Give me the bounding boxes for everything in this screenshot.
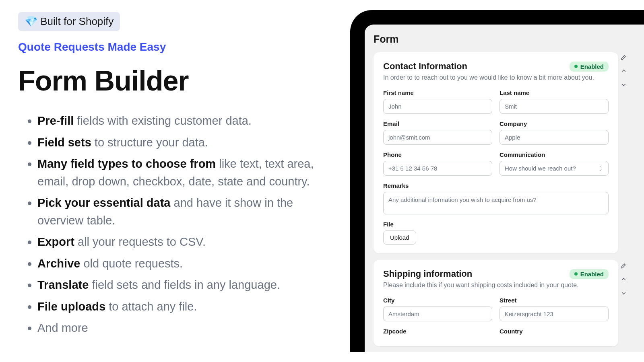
move-down-icon[interactable] [618, 288, 629, 298]
country-label: Country [500, 328, 609, 335]
feature-item: File uploads to attach any file. [37, 298, 332, 316]
firstname-field[interactable] [383, 99, 492, 114]
file-label: File [383, 221, 609, 228]
status-badge: Enabled [570, 269, 609, 279]
communication-select[interactable]: How should we reach out? [500, 161, 609, 176]
communication-label: Communication [500, 151, 609, 158]
card-title: Shipping information [383, 269, 472, 279]
status-dot-icon [574, 272, 578, 276]
feature-list: Pre-fill fields with existing customer d… [18, 112, 332, 337]
firstname-label: First name [383, 89, 492, 96]
status-text: Enabled [580, 271, 604, 278]
feature-item: And more [37, 319, 332, 337]
phone-field[interactable] [383, 161, 492, 176]
app-screen: Form Contact Information Enabled In orde… [365, 25, 644, 352]
move-down-icon[interactable] [618, 79, 629, 90]
feature-item: Pick your essential data and have it sho… [37, 194, 332, 229]
city-label: City [383, 297, 492, 304]
page-title: Form Builder [18, 65, 332, 97]
city-field[interactable] [383, 306, 492, 321]
lastname-field[interactable] [500, 99, 609, 114]
feature-item: Field sets to structure your data. [37, 134, 332, 152]
status-dot-icon [574, 65, 578, 68]
feature-item: Translate field sets and fields in any l… [37, 276, 332, 294]
screen-title: Form [374, 33, 644, 45]
upload-button[interactable]: Upload [383, 230, 416, 245]
subtitle-link[interactable]: Quote Requests Made Easy [18, 41, 332, 53]
status-badge: Enabled [570, 62, 609, 72]
shipping-info-card: Shipping information Enabled Please incl… [374, 260, 618, 346]
move-up-icon[interactable] [618, 66, 629, 76]
remarks-field[interactable] [383, 192, 609, 214]
feature-item: Many field types to choose from like tex… [37, 155, 332, 190]
move-up-icon[interactable] [618, 274, 629, 284]
shopify-badge: 💎 Built for Shopify [18, 12, 120, 31]
zip-label: Zipcode [383, 328, 492, 335]
feature-item: Pre-fill fields with existing customer d… [37, 112, 332, 130]
edit-icon[interactable] [618, 52, 629, 62]
feature-item: Archive old quote requests. [37, 255, 332, 273]
card-description: Please include this if you want shipping… [383, 282, 609, 289]
remarks-label: Remarks [383, 182, 609, 189]
status-text: Enabled [580, 63, 604, 70]
card-description: In order to to reach out to you we would… [383, 74, 609, 81]
device-frame: Form Contact Information Enabled In orde… [350, 10, 644, 352]
edit-icon[interactable] [618, 260, 629, 271]
street-field[interactable] [500, 306, 609, 321]
contact-info-card: Contact Information Enabled In order to … [374, 52, 618, 253]
company-field[interactable] [500, 130, 609, 145]
feature-item: Export all your requests to CSV. [37, 233, 332, 251]
card-title: Contact Information [383, 61, 467, 72]
email-label: Email [383, 120, 492, 127]
email-field[interactable] [383, 130, 492, 145]
company-label: Company [500, 120, 609, 127]
phone-label: Phone [383, 151, 492, 158]
street-label: Street [500, 297, 609, 304]
lastname-label: Last name [500, 89, 609, 96]
